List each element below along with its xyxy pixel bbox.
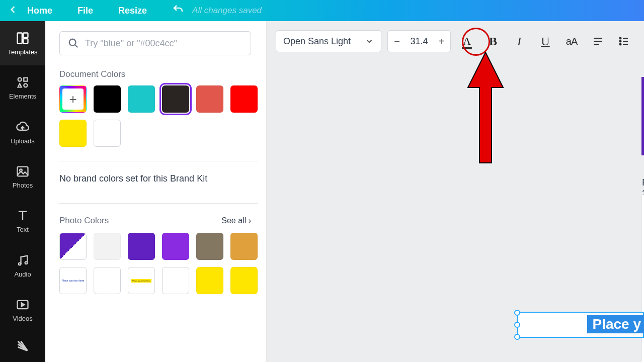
doc-colors-label: Document Colors [59,69,262,79]
svg-rect-1 [23,33,28,37]
align-button[interactable] [588,30,608,52]
font-size-plus[interactable]: + [432,31,450,52]
color-swatch[interactable] [59,120,87,147]
svg-point-11 [620,38,621,39]
photo-thumb[interactable]: Place your text here [128,267,155,294]
search-icon [68,38,79,49]
list-button[interactable] [614,30,634,52]
divider [59,203,258,204]
rail-effects[interactable] [0,332,45,362]
resize-handle[interactable] [514,310,520,316]
side-rail: Templates Elements Uploads Photos Text A… [0,21,45,362]
back-icon[interactable] [8,5,18,17]
color-swatch[interactable] [196,85,223,113]
color-swatch[interactable] [196,267,223,294]
svg-point-12 [620,41,621,42]
color-swatch[interactable] [230,267,258,294]
svg-point-8 [25,261,28,264]
underline-button[interactable]: U [535,30,555,52]
doc-color-swatches: + [59,85,262,147]
nav-file[interactable]: File [77,6,93,16]
text-content[interactable]: Place y [587,315,644,333]
font-size-minus[interactable]: − [388,31,406,52]
color-swatch[interactable] [230,233,258,260]
color-swatch[interactable] [162,233,189,260]
svg-rect-5 [18,167,28,176]
italic-button[interactable]: I [509,30,529,52]
bold-button[interactable]: B [483,30,503,52]
brand-colors-msg: No brand colors set for this Brand Kit [59,173,262,184]
chevron-down-icon [365,37,374,46]
rail-audio[interactable]: Audio [0,243,45,288]
nav-home[interactable]: Home [27,6,52,16]
svg-point-10 [69,39,76,46]
color-swatch[interactable] [94,85,121,113]
font-size-value[interactable]: 31.4 [406,36,432,47]
rail-photos[interactable]: Photos [0,154,45,199]
color-swatch[interactable] [94,267,121,294]
nav-resize[interactable]: Resize [118,6,147,16]
rail-videos[interactable]: Videos [0,288,45,332]
svg-rect-0 [18,33,22,43]
font-select[interactable]: Open Sans Light [276,30,381,52]
rail-text[interactable]: Text [0,199,45,243]
rail-uploads[interactable]: Uploads [0,110,45,154]
color-swatch[interactable] [128,85,155,113]
color-panel: Document Colors + No brand colors set fo… [45,21,267,362]
top-menu-bar: Home File Resize All changes saved [0,0,644,21]
photo-thumb[interactable]: Place your text here [59,267,87,294]
svg-point-7 [19,263,21,265]
svg-point-4 [24,83,27,87]
color-search[interactable] [59,31,251,55]
color-swatch[interactable] [128,233,155,260]
text-case-button[interactable]: aA [561,30,582,52]
resize-handle[interactable] [514,322,520,328]
canvas-page-2[interactable]: Click this icon first Place y [641,195,644,362]
color-swatch[interactable] [162,267,189,294]
svg-point-3 [18,78,22,81]
canvas-page-1[interactable]: Offic [641,77,644,155]
photo-color-swatches: Place your text here Place your text her… [59,233,262,294]
svg-rect-2 [23,39,28,43]
text-toolbar: Open Sans Light − 31.4 + A B I U aA [276,29,644,53]
save-status: All changes saved [192,6,262,16]
color-swatch[interactable] [196,233,223,260]
rail-templates[interactable]: Templates [0,21,45,65]
undo-icon[interactable] [172,4,184,18]
color-swatch[interactable] [94,120,121,147]
selected-text-box[interactable]: Place y [514,312,644,338]
photo-thumb[interactable] [59,233,87,260]
photo-colors-label: Photo Colors [59,216,109,226]
font-size-stepper: − 31.4 + [387,30,451,52]
divider [59,161,258,161]
add-color-swatch[interactable]: + [59,85,87,113]
text-color-button[interactable]: A [457,30,477,52]
color-swatch[interactable] [230,85,258,113]
color-swatch-selected[interactable] [162,85,189,113]
color-swatch[interactable] [94,233,121,260]
color-search-input[interactable] [85,38,243,49]
svg-point-13 [620,44,621,45]
rail-elements[interactable]: Elements [0,65,45,110]
see-all-link[interactable]: See all › [221,216,251,225]
canvas-area[interactable]: Open Sans Light − 31.4 + A B I U aA Offi… [267,21,644,362]
resize-handle[interactable] [514,334,520,340]
